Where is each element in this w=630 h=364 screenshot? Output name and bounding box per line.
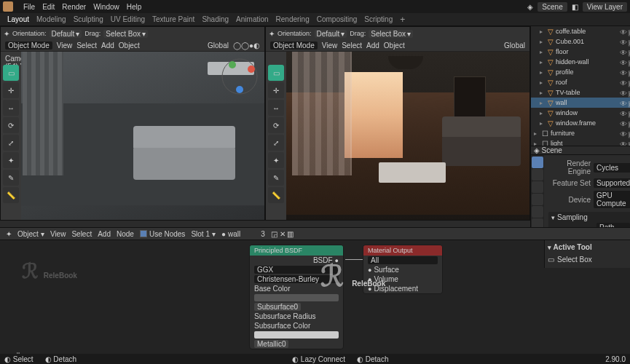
subsurface-slider[interactable]: Subsurface0 — [254, 303, 301, 311]
editor-type-icon[interactable]: ✦ — [4, 30, 9, 38]
use-nodes-checkbox[interactable] — [140, 230, 147, 237]
tab-layout[interactable]: Layout — [7, 15, 29, 23]
shader-context[interactable]: Object — [17, 230, 39, 238]
outliner-item-floor[interactable]: ▸▽floor👁▣ — [531, 47, 630, 57]
menu-edit[interactable]: Edit — [42, 3, 55, 11]
tool-move[interactable]: ↔ — [3, 100, 19, 116]
menu-select[interactable]: Select — [76, 41, 97, 50]
metallic-slider[interactable]: Metallic0 — [254, 340, 288, 348]
device-select[interactable]: GPU Compute — [594, 191, 630, 208]
node-material-output[interactable]: Material Output All ● Surface ● Volume ●… — [363, 245, 443, 294]
node-link[interactable] — [345, 259, 363, 260]
tool-scale[interactable]: ⤢ — [268, 135, 284, 151]
viewlayer-selector[interactable]: View Layer — [583, 2, 627, 12]
tool-measure[interactable]: 📏 — [268, 187, 284, 203]
ptab-render[interactable] — [532, 157, 543, 168]
tool-rotate[interactable]: ⟳ — [3, 117, 19, 133]
tab-add[interactable]: + — [400, 15, 405, 25]
menu-window[interactable]: Window — [93, 3, 119, 11]
outliner-item-Cube.001[interactable]: ▸▽Cube.001👁▣ — [531, 36, 630, 47]
ptab-world[interactable] — [532, 206, 543, 218]
outliner-item-light[interactable]: ▸☐light👁▣ — [531, 138, 630, 146]
ptab-output[interactable] — [532, 169, 543, 181]
active-tool-header[interactable]: Active Tool — [554, 243, 592, 251]
target-select[interactable]: All — [368, 256, 438, 264]
menu-render[interactable]: Render — [62, 3, 86, 11]
orient-dropdown[interactable]: Default ▾ — [50, 30, 82, 38]
ptab-scene[interactable] — [532, 194, 543, 205]
tab-compositing[interactable]: Compositing — [317, 15, 358, 23]
mode-select[interactable]: Object Mode — [270, 41, 318, 50]
mode-select[interactable]: Object Mode — [5, 41, 52, 50]
outliner-item-window.frame[interactable]: ▸▽window.frame👁▣ — [531, 118, 630, 128]
sh-node[interactable]: Node — [117, 230, 134, 238]
tab-sculpting[interactable]: Sculpting — [74, 15, 103, 23]
outliner[interactable]: ▸▽coffe.table👁▣▸▽Cube.001👁▣▸▽floor👁▣▸▽hi… — [531, 26, 630, 146]
menu-object[interactable]: Object — [119, 41, 140, 50]
menu-help[interactable]: Help — [127, 3, 142, 11]
outliner-item-furniture[interactable]: ▸☐furniture👁▣ — [531, 128, 630, 138]
ptab-view[interactable] — [532, 181, 543, 193]
sampling-header[interactable]: ▾ Sampling — [551, 213, 630, 221]
orient-dropdown[interactable]: Default ▾ — [315, 30, 347, 38]
menu-select[interactable]: Select — [342, 41, 362, 50]
tab-scripting[interactable]: Scripting — [364, 15, 393, 23]
socket-surface[interactable]: Surface — [374, 266, 398, 274]
nav-gizmo[interactable] — [219, 56, 260, 97]
tool-select-box[interactable]: ▭ — [268, 65, 284, 81]
slot-select[interactable]: Slot 1 ▾ — [191, 230, 216, 238]
outliner-item-hidden-wall[interactable]: ▸▽hidden-wall👁▣ — [531, 57, 630, 67]
tool-move[interactable]: ↔ — [268, 100, 284, 116]
engine-select[interactable]: Cycles — [594, 163, 630, 173]
outliner-item-coffe.table[interactable]: ▸▽coffe.table👁▣ — [531, 26, 630, 36]
tool-annotate[interactable]: ✎ — [268, 170, 284, 186]
socket-displacement[interactable]: Displacement — [374, 285, 418, 293]
sh-select[interactable]: Select — [71, 230, 92, 238]
editor-type-icon[interactable]: ✦ — [269, 30, 275, 38]
viewport-canvas-rendered[interactable] — [286, 52, 529, 220]
tool-transform[interactable]: ✦ — [3, 152, 19, 168]
base-color-swatch[interactable] — [254, 294, 339, 301]
menu-add[interactable]: Add — [366, 41, 379, 50]
tab-rendering[interactable]: Rendering — [276, 15, 310, 23]
outliner-item-profile[interactable]: ▸▽profile👁▣ — [531, 67, 630, 77]
shading-icons[interactable]: ◯◯●◐ — [233, 41, 260, 50]
tool-transform[interactable]: ✦ — [268, 152, 284, 168]
node-editor[interactable]: wall Principled BSDF BSDF ● GGX Christen… — [0, 240, 630, 364]
tab-uvediting[interactable]: UV Editing — [111, 15, 145, 23]
tool-select-box[interactable]: ▭ — [3, 65, 19, 81]
drag-dropdown[interactable]: Select Box ▾ — [369, 30, 413, 38]
viewport-3d-left[interactable]: ✦ Orientation: Default ▾ Drag: Select Bo… — [0, 26, 265, 221]
sh-add[interactable]: Add — [98, 230, 111, 238]
tab-modeling[interactable]: Modeling — [36, 15, 66, 23]
socket-volume[interactable]: Volume — [374, 275, 398, 283]
tool-scale[interactable]: ⤢ — [3, 135, 19, 151]
node-principled-bsdf[interactable]: Principled BSDF BSDF ● GGX Christensen-B… — [249, 245, 344, 349]
outliner-item-TV-table[interactable]: ▸▽TV-table👁▣ — [531, 87, 630, 98]
tool-cursor[interactable]: ✛ — [268, 82, 284, 98]
tool-rotate[interactable]: ⟳ — [268, 117, 284, 133]
menu-view[interactable]: View — [322, 41, 338, 50]
socket-bsdf[interactable]: BSDF — [313, 256, 333, 264]
material-buttons[interactable]: ◲ ✕ ▥ — [271, 230, 294, 238]
outliner-item-wall[interactable]: ▸▽wall👁▣ — [531, 98, 630, 108]
menu-view[interactable]: View — [57, 41, 73, 50]
distribution-select[interactable]: GGX — [254, 266, 339, 274]
subs-color-swatch[interactable] — [254, 331, 339, 339]
scene-selector[interactable]: Scene — [538, 2, 567, 12]
material-select[interactable]: ● wall — [221, 230, 240, 238]
featureset-select[interactable]: Supported — [594, 178, 630, 188]
tool-measure[interactable]: 📏 — [3, 187, 19, 203]
tool-cursor[interactable]: ✛ — [3, 82, 19, 98]
tab-shading[interactable]: Shading — [202, 15, 229, 23]
tab-animation[interactable]: Animation — [236, 15, 268, 23]
outliner-item-roof[interactable]: ▸▽roof👁▣ — [531, 77, 630, 87]
transform-global[interactable]: Global — [504, 41, 525, 50]
sh-view[interactable]: View — [50, 230, 66, 238]
menu-object[interactable]: Object — [384, 41, 405, 50]
menu-file[interactable]: File — [23, 3, 35, 11]
tab-texpaint[interactable]: Texture Paint — [152, 15, 194, 23]
editor-type-icon[interactable]: ✦ — [6, 230, 12, 238]
transform-global[interactable]: Global — [208, 41, 229, 50]
outliner-item-window[interactable]: ▸▽window👁▣ — [531, 108, 630, 118]
